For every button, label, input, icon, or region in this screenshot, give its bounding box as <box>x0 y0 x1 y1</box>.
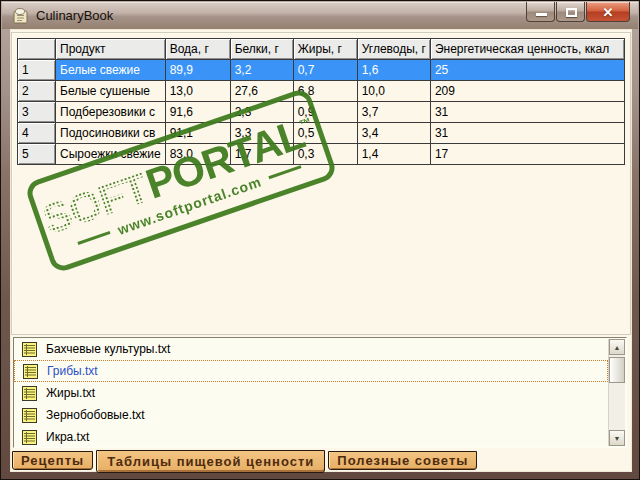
app-icon <box>12 7 29 24</box>
maximize-icon <box>566 8 577 17</box>
list-item[interactable]: Икра.txt <box>14 426 608 448</box>
scrollbar-thumb[interactable] <box>609 357 625 383</box>
tab-recipes[interactable]: Рецепты <box>12 451 93 470</box>
window-title: CulinaryBook <box>36 8 113 23</box>
table-row[interactable]: 4 Подосиновики св 91,1 3,3 0,5 3,4 31 <box>18 123 625 144</box>
file-name: Бахчевые культуры.txt <box>46 342 170 356</box>
file-name: Икра.txt <box>46 430 89 444</box>
file-list[interactable]: Бахчевые культуры.txt Грибы.txt Жиры.txt… <box>13 337 627 448</box>
file-name: Зернобобовые.txt <box>46 408 145 422</box>
nutrition-table[interactable]: Продукт Вода, г Белки, г Жиры, г Углевод… <box>17 38 625 165</box>
scroll-up-button[interactable]: ▲ <box>609 339 625 355</box>
column-header[interactable] <box>18 39 56 60</box>
maximize-button[interactable] <box>556 2 585 22</box>
titlebar[interactable]: CulinaryBook ✕ <box>2 2 638 29</box>
tab-useful-tips[interactable]: Полезные советы <box>328 451 477 470</box>
file-name: Грибы.txt <box>47 364 98 378</box>
list-item-selected[interactable]: Грибы.txt <box>14 360 608 382</box>
column-header-protein[interactable]: Белки, г <box>230 39 293 60</box>
list-item[interactable]: Зернобобовые.txt <box>14 404 608 426</box>
list-item[interactable]: Жиры.txt <box>14 382 608 404</box>
minimize-button[interactable] <box>526 2 555 22</box>
window-controls: ✕ <box>525 2 630 22</box>
column-header-fat[interactable]: Жиры, г <box>293 39 357 60</box>
file-icon <box>22 342 37 357</box>
file-icon <box>23 364 38 379</box>
column-header-water[interactable]: Вода, г <box>165 39 230 60</box>
scroll-down-button[interactable]: ▼ <box>609 430 625 446</box>
bottom-tabs: Рецепты Таблицы пищевой ценности Полезны… <box>10 450 632 473</box>
column-header-energy[interactable]: Энергетическая ценность, ккал <box>430 39 624 60</box>
table-row[interactable]: 1 Белые свежие 89,9 3,2 0,7 1,6 25 <box>18 60 625 81</box>
file-icon <box>22 408 37 423</box>
table-row[interactable]: 5 Сыроежки свежие 83,0 1,7 0,3 1,4 17 <box>18 144 625 165</box>
table-row[interactable]: 3 Подберезовики с 91,6 2,3 0,9 3,7 31 <box>18 102 625 123</box>
tab-nutrition-tables[interactable]: Таблицы пищевой ценности <box>96 450 325 473</box>
client-area: Продукт Вода, г Белки, г Жиры, г Углевод… <box>10 29 632 472</box>
column-header-carbs[interactable]: Углеводы, г <box>357 39 430 60</box>
app-window: CulinaryBook ✕ Продукт Вода, г Белки, г … <box>0 0 640 480</box>
close-button[interactable]: ✕ <box>586 2 630 22</box>
table-header-row: Продукт Вода, г Белки, г Жиры, г Углевод… <box>18 39 625 60</box>
list-item[interactable]: Бахчевые культуры.txt <box>14 338 608 360</box>
file-name: Жиры.txt <box>46 386 95 400</box>
file-icon <box>22 430 37 445</box>
file-icon <box>22 386 37 401</box>
minimize-icon <box>536 13 547 16</box>
nutrition-table-panel: Продукт Вода, г Белки, г Жиры, г Углевод… <box>11 32 631 335</box>
file-list-scrollbar[interactable]: ▲ ▼ <box>608 339 625 446</box>
column-header-product[interactable]: Продукт <box>56 39 166 60</box>
table-row[interactable]: 2 Белые сушеные 13,0 27,6 6,8 10,0 209 <box>18 81 625 102</box>
close-icon: ✕ <box>587 5 629 20</box>
